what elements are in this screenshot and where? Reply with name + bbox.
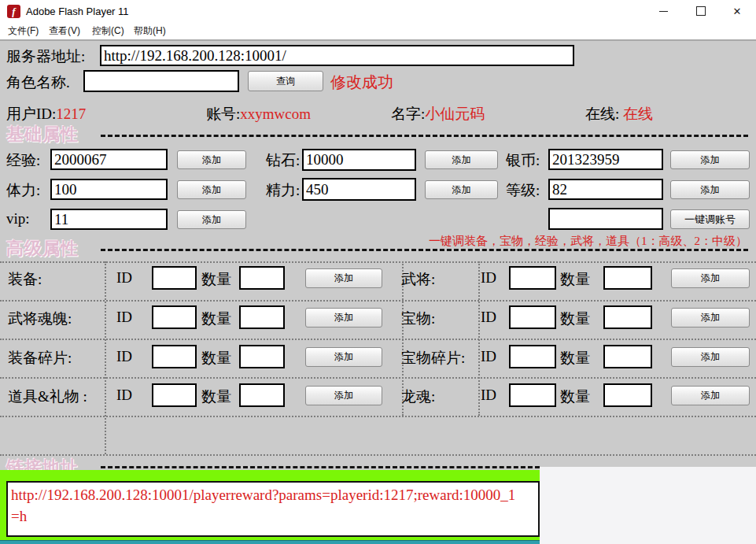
- silver-add-button[interactable]: 添加: [670, 150, 750, 169]
- stamina-add-button[interactable]: 添加: [177, 180, 246, 199]
- flash-logo-icon: f: [7, 5, 20, 18]
- general-add-button[interactable]: 添加: [671, 268, 750, 288]
- advanced-section-divider: [101, 249, 748, 251]
- equip-shard-qty-input[interactable]: [239, 345, 285, 368]
- menu-bar: 文件(F) 查看(V) 控制(C) 帮助(H): [0, 22, 756, 39]
- vip-add-button[interactable]: 添加: [177, 210, 246, 229]
- menu-view[interactable]: 查看(V): [49, 24, 80, 38]
- role-name-label: 角色名称.: [6, 72, 70, 93]
- server-address-input[interactable]: [100, 45, 574, 66]
- minimize-button[interactable]: [645, 0, 681, 22]
- exp-input[interactable]: [50, 149, 168, 170]
- general-soul-add-button[interactable]: 添加: [305, 308, 382, 328]
- energy-input[interactable]: [302, 178, 416, 201]
- treasure-shard-qty-input[interactable]: [603, 345, 652, 368]
- item-gift-id-label: ID: [116, 387, 132, 404]
- equipment-id-input[interactable]: [152, 266, 197, 290]
- section-basic-attributes: 基础属性: [6, 123, 79, 146]
- general-soul-qty-input[interactable]: [239, 305, 285, 329]
- menu-help[interactable]: 帮助(H): [134, 24, 166, 38]
- dragon-soul-label: 龙魂:: [401, 387, 435, 407]
- maximize-button[interactable]: [683, 0, 719, 22]
- item-gift-qty-input[interactable]: [239, 383, 285, 407]
- stamina-input[interactable]: [50, 179, 168, 200]
- level-add-button[interactable]: 添加: [670, 180, 750, 199]
- name-label: 名字:: [391, 105, 425, 122]
- name-value: 小仙元码: [425, 105, 485, 122]
- onekey-input[interactable]: [548, 208, 663, 230]
- user-id-label: 用户ID:: [6, 105, 56, 122]
- maximize-icon: [696, 6, 706, 16]
- online-pair: 在线: 在线: [585, 104, 653, 124]
- close-icon: ✕: [733, 6, 742, 17]
- equipment-id-label: ID: [116, 269, 132, 287]
- exp-add-button[interactable]: 添加: [177, 150, 246, 169]
- role-name-input[interactable]: [83, 70, 239, 92]
- user-id-value: 1217: [56, 105, 86, 122]
- treasure-add-button[interactable]: 添加: [671, 308, 750, 328]
- general-soul-id-input[interactable]: [152, 305, 197, 329]
- equipment-add-button[interactable]: 添加: [305, 268, 382, 288]
- vip-input[interactable]: [50, 209, 168, 230]
- treasure-shard-label: 宝物碎片:: [401, 348, 465, 368]
- diamond-label: 钻石:: [266, 150, 300, 171]
- link-url-box[interactable]: http://192.168.200.128:10001/playerrewar…: [6, 481, 540, 537]
- diamond-input[interactable]: [302, 149, 416, 171]
- account-label: 账号:: [206, 105, 240, 122]
- dragon-soul-id-input[interactable]: [509, 383, 556, 407]
- treasure-id-label: ID: [481, 309, 496, 326]
- diamond-add-button[interactable]: 添加: [425, 150, 498, 169]
- exp-label: 经验:: [6, 150, 40, 171]
- energy-label: 精力:: [266, 180, 300, 201]
- equip-shard-id-label: ID: [116, 348, 132, 365]
- account-value: xxymwcom: [240, 105, 311, 122]
- energy-add-button[interactable]: 添加: [425, 180, 498, 199]
- name-pair: 名字:小仙元码: [391, 104, 485, 124]
- dragon-soul-add-button[interactable]: 添加: [671, 386, 750, 405]
- level-input[interactable]: [548, 179, 663, 200]
- item-gift-qty-label: 数量: [201, 387, 231, 407]
- menu-file[interactable]: 文件(F): [8, 24, 39, 38]
- grid-line-h2: [0, 300, 756, 302]
- title-bar: f Adobe Flash Player 11 ✕: [0, 0, 756, 22]
- account-pair: 账号:xxymwcom: [206, 104, 311, 124]
- general-qty-input[interactable]: [603, 266, 652, 290]
- general-soul-id-label: ID: [116, 309, 132, 326]
- treasure-label: 宝物:: [401, 309, 435, 329]
- minimize-icon: [659, 11, 668, 12]
- server-address-label: 服务器地址:: [6, 46, 85, 67]
- link-url-line2: =h: [11, 505, 535, 527]
- grid-line-v3: [478, 261, 480, 416]
- treasure-shard-id-input[interactable]: [509, 345, 556, 368]
- item-gift-id-input[interactable]: [152, 383, 197, 407]
- close-button[interactable]: ✕: [719, 0, 755, 22]
- user-id-pair: 用户ID:1217: [6, 104, 86, 124]
- menu-separator: [0, 39, 756, 41]
- general-soul-label: 武将魂魄:: [8, 309, 72, 329]
- window-title: Adobe Flash Player 11: [26, 6, 129, 17]
- treasure-qty-input[interactable]: [603, 305, 652, 329]
- stamina-label: 体力:: [6, 180, 40, 201]
- query-button[interactable]: 查询: [248, 71, 323, 91]
- link-url-line1: http://192.168.200.128:10001/playerrewar…: [11, 484, 535, 505]
- silver-input[interactable]: [548, 149, 663, 170]
- dragon-soul-id-label: ID: [481, 387, 496, 404]
- menu-control[interactable]: 控制(C): [92, 24, 124, 38]
- general-label: 武将:: [401, 269, 435, 290]
- equip-shard-id-input[interactable]: [152, 345, 197, 368]
- level-label: 等级:: [506, 180, 540, 201]
- treasure-shard-add-button[interactable]: 添加: [671, 347, 750, 367]
- equip-shard-add-button[interactable]: 添加: [305, 347, 382, 367]
- grid-line-h5: [0, 416, 756, 417]
- equipment-qty-input[interactable]: [239, 266, 285, 290]
- online-value: 在线: [623, 105, 653, 122]
- dragon-soul-qty-input[interactable]: [603, 383, 652, 407]
- general-id-input[interactable]: [509, 266, 556, 290]
- item-gift-add-button[interactable]: 添加: [305, 386, 382, 405]
- section-advanced-attributes: 高级属性: [6, 237, 79, 261]
- onekey-adjust-button[interactable]: 一键调账号: [670, 209, 750, 229]
- treasure-id-input[interactable]: [509, 305, 556, 329]
- item-gift-label: 道具&礼物 :: [8, 387, 87, 407]
- dragon-soul-qty-label: 数量: [560, 387, 590, 407]
- grid-line-h6: [0, 454, 756, 456]
